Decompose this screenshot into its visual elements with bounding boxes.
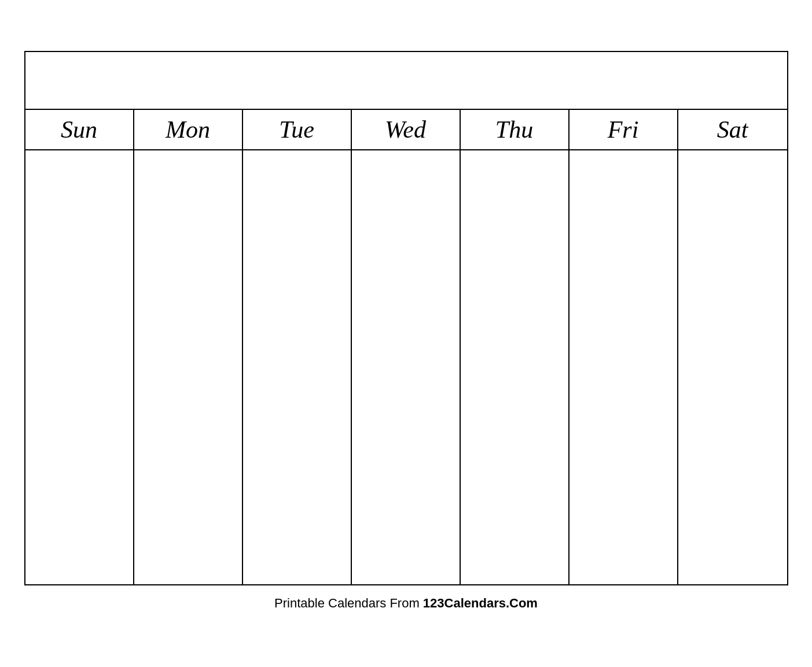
calendar-cell[interactable] [569, 324, 678, 411]
footer-normal-text: Printable Calendars From [274, 596, 423, 610]
calendar-cell[interactable] [678, 150, 787, 237]
calendar-cell[interactable] [569, 150, 678, 237]
page-wrapper: Sun Mon Tue Wed Thu Fri Sat [0, 0, 812, 667]
calendar-cell[interactable] [461, 411, 569, 498]
calendar-cell[interactable] [243, 150, 352, 237]
calendar-cell[interactable] [678, 237, 787, 324]
header-wed: Wed [352, 110, 461, 149]
calendar-header: Sun Mon Tue Wed Thu Fri Sat [25, 110, 787, 150]
calendar-cell[interactable] [569, 237, 678, 324]
calendar-cell[interactable] [461, 150, 569, 237]
calendar-cell[interactable] [352, 498, 461, 584]
calendar-cell[interactable] [461, 324, 569, 411]
header-sun: Sun [25, 110, 134, 149]
calendar-cell[interactable] [352, 237, 461, 324]
calendar-cell[interactable] [678, 498, 787, 584]
calendar-cell[interactable] [243, 237, 352, 324]
calendar-cell[interactable] [678, 411, 787, 498]
calendar-cell[interactable] [243, 411, 352, 498]
calendar-cell[interactable] [134, 324, 243, 411]
calendar-cell[interactable] [134, 411, 243, 498]
calendar-cell[interactable] [134, 237, 243, 324]
calendar-cell[interactable] [25, 324, 134, 411]
calendar-cell[interactable] [25, 411, 134, 498]
header-fri: Fri [569, 110, 678, 149]
calendar-cell[interactable] [134, 498, 243, 584]
calendar-cell[interactable] [25, 150, 134, 237]
header-mon: Mon [134, 110, 243, 149]
calendar-title-area [25, 52, 787, 110]
calendar-cell[interactable] [352, 411, 461, 498]
calendar-cell[interactable] [243, 324, 352, 411]
calendar-week-4 [25, 411, 787, 498]
footer: Printable Calendars From 123Calendars.Co… [274, 596, 538, 611]
header-thu: Thu [461, 110, 569, 149]
calendar-cell[interactable] [134, 150, 243, 237]
calendar-week-5 [25, 498, 787, 584]
calendar-cell[interactable] [569, 411, 678, 498]
calendar-week-3 [25, 324, 787, 411]
calendar-body [25, 150, 787, 584]
calendar-cell[interactable] [461, 237, 569, 324]
footer-bold-text: 123Calendars.Com [423, 596, 538, 610]
calendar-cell[interactable] [352, 324, 461, 411]
calendar-week-1 [25, 150, 787, 237]
calendar-cell[interactable] [25, 237, 134, 324]
calendar-cell[interactable] [569, 498, 678, 584]
calendar-container: Sun Mon Tue Wed Thu Fri Sat [24, 51, 788, 585]
calendar-cell[interactable] [352, 150, 461, 237]
calendar-cell[interactable] [243, 498, 352, 584]
calendar-cell[interactable] [25, 498, 134, 584]
header-sat: Sat [678, 110, 787, 149]
header-tue: Tue [243, 110, 352, 149]
calendar-cell[interactable] [678, 324, 787, 411]
calendar-week-2 [25, 237, 787, 324]
calendar-cell[interactable] [461, 498, 569, 584]
